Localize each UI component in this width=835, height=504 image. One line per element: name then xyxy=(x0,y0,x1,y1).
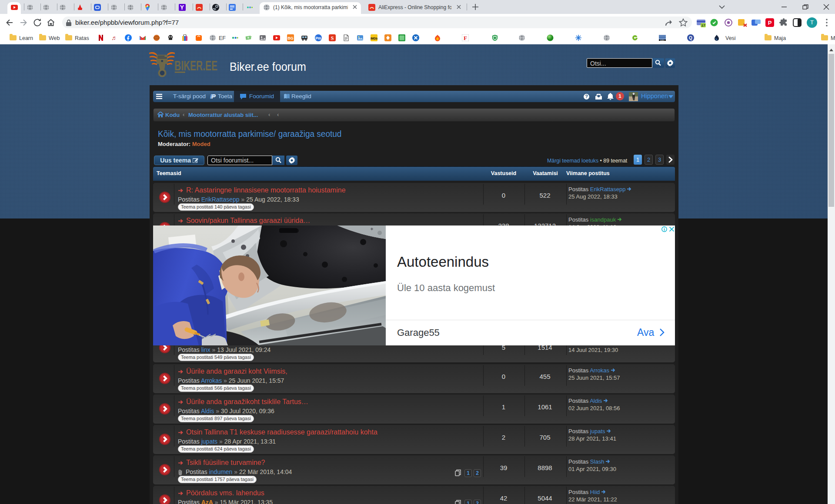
svg-text:Q: Q xyxy=(689,36,692,40)
svg-text:P: P xyxy=(768,20,772,26)
svg-text:BIKER.EE: BIKER.EE xyxy=(174,58,217,73)
svg-text:17: 17 xyxy=(701,23,705,27)
svg-text:KUKU: KUKU xyxy=(660,40,665,41)
svg-text:S: S xyxy=(331,35,334,41)
svg-text:♬: ♬ xyxy=(111,35,117,41)
svg-text:BG: BG xyxy=(287,36,294,40)
svg-text:IMDb: IMDb xyxy=(371,37,377,40)
svg-text:Pm: Pm xyxy=(315,36,321,40)
svg-text:F: F xyxy=(464,35,467,41)
svg-text:P: P xyxy=(211,93,216,100)
